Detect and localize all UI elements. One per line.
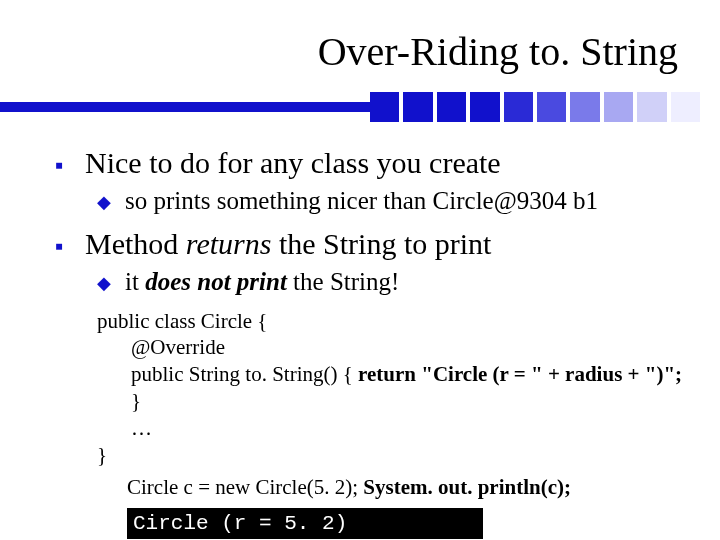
- bullet-2-text: Method returns the String to print: [85, 226, 491, 262]
- decor-line: [0, 102, 370, 112]
- decor-square: [570, 92, 599, 122]
- decor-square: [637, 92, 666, 122]
- bullet-2-sub-text: it does not print the String!: [125, 266, 399, 297]
- code-line: public String to. String() { return "Cir…: [97, 361, 690, 415]
- code-line: …: [97, 415, 690, 442]
- decor-square: [470, 92, 499, 122]
- bullet-1-text: Nice to do for any class you create: [85, 145, 501, 181]
- diamond-bullet-icon: ◆: [97, 191, 115, 214]
- invocation-line: Circle c = new Circle(5. 2); System. out…: [127, 475, 690, 500]
- decor-square: [671, 92, 700, 122]
- code-line: @Override: [97, 334, 690, 361]
- bullet-2-sub: ◆ it does not print the String!: [97, 266, 690, 297]
- decor-square: [370, 92, 399, 122]
- square-bullet-icon: ▪: [55, 151, 73, 180]
- bullet-1-sub: ◆ so prints something nicer than Circle@…: [97, 185, 690, 216]
- bullet-1: ▪ Nice to do for any class you create: [55, 145, 690, 181]
- square-bullet-icon: ▪: [55, 232, 73, 261]
- code-block: public class Circle { @Override public S…: [97, 308, 690, 469]
- decor-square: [403, 92, 432, 122]
- code-line: public class Circle {: [97, 309, 267, 333]
- slide: Over-Riding to. String ▪ Nice to do for …: [0, 0, 720, 540]
- decor-square: [437, 92, 466, 122]
- slide-body: ▪ Nice to do for any class you create ◆ …: [55, 145, 690, 539]
- console-output: Circle (r = 5. 2): [127, 508, 483, 539]
- decor-bar: [0, 92, 720, 122]
- slide-title: Over-Riding to. String: [318, 28, 678, 75]
- decor-squares: [370, 92, 700, 122]
- code-line: }: [97, 443, 107, 467]
- decor-square: [604, 92, 633, 122]
- decor-square: [537, 92, 566, 122]
- bullet-1-sub-text: so prints something nicer than Circle@93…: [125, 185, 598, 216]
- diamond-bullet-icon: ◆: [97, 272, 115, 295]
- bullet-2: ▪ Method returns the String to print: [55, 226, 690, 262]
- decor-square: [504, 92, 533, 122]
